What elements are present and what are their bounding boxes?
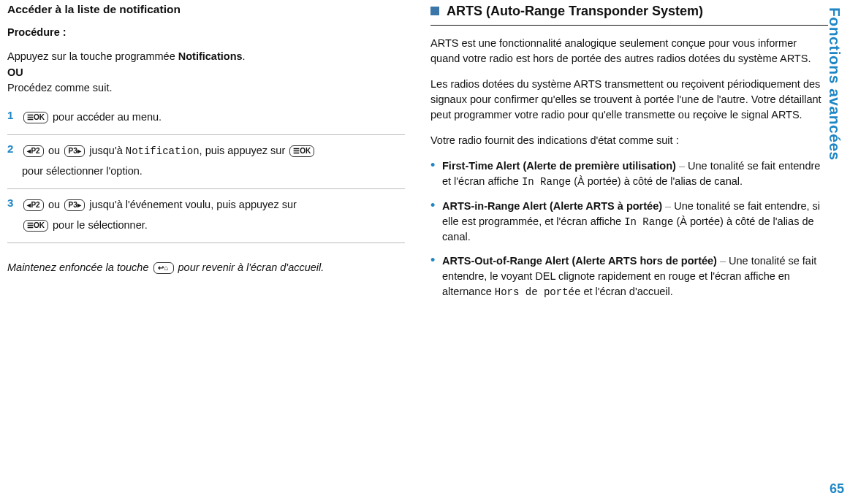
home-note-a: Maintenez enfoncée la touche (7, 261, 152, 273)
procedure-label: Procédure : (7, 25, 405, 40)
intro-2a: OU (7, 66, 23, 78)
item-bold: ARTS-in-Range Alert (Alerte ARTS à porté… (442, 200, 662, 212)
item-code: Hors de portée (495, 286, 581, 298)
step-2: 2 ◂P2 ou P3▸ jusqu'à Notification, puis … (7, 135, 405, 189)
item-code: In Range (522, 176, 571, 188)
step-2-or: ou (45, 145, 63, 156)
item-bold: First-Time Alert (Alerte de première uti… (442, 160, 676, 172)
list-item: • ARTS-in-Range Alert (Alerte ARTS à por… (430, 199, 828, 245)
key-home-icon: ↩⌂ (153, 262, 174, 274)
step-3-t2: pour le sélectionner. (50, 219, 148, 231)
step-2-t1: jusqu'à (86, 145, 126, 156)
step-3-t1: jusqu'à l'événement voulu, puis appuyez … (86, 199, 297, 210)
side-label: Fonctions avancées (824, 7, 846, 299)
step-3: 3 ◂P2 ou P3▸ jusqu'à l'événement voulu, … (7, 189, 405, 243)
item-dash: – (662, 200, 674, 212)
section-bullet-icon (430, 7, 439, 15)
arts-p1: ARTS est une fonctionnalité analogique s… (430, 36, 828, 66)
section-header: ARTS (Auto-Range Transponder System) (430, 1, 828, 26)
step-1: 1 ☰OK pour accéder au menu. (7, 103, 405, 136)
intro-1c: . (243, 50, 246, 62)
section-title: ARTS (Auto-Range Transponder System) (447, 1, 703, 20)
key-p2-icon: ◂P2 (23, 199, 44, 211)
item-code: In Range (624, 216, 673, 228)
step-number: 2 (7, 141, 22, 157)
item-dash: – (676, 160, 688, 172)
item-dash: – (717, 255, 729, 267)
code-notification: Notification (126, 145, 200, 157)
intro-1b: Notifications (178, 50, 243, 62)
key-p3-icon: P3▸ (64, 145, 85, 157)
item-t2: et l'écran d'accueil. (580, 286, 672, 297)
intro-paragraph: Appuyez sur la touche programmée Notific… (7, 49, 405, 95)
home-note: Maintenez enfoncée la touche ↩⌂ pour rev… (7, 258, 405, 278)
list-item: • ARTS-Out-of-Range Alert (Alerte ARTS h… (430, 253, 828, 299)
step-1-text: pour accéder au menu. (50, 111, 162, 123)
intro-1a: Appuyez sur la touche programmée (7, 50, 178, 62)
bullet-icon: • (430, 159, 442, 189)
step-number: 1 (7, 107, 22, 123)
intro-2b: Procédez comme suit. (7, 82, 112, 93)
bullet-icon: • (430, 199, 442, 245)
step-3-or: ou (45, 199, 63, 210)
step-2-t3: pour sélectionner l'option. (22, 165, 143, 177)
arts-p3: Votre radio fournit des indications d'ét… (430, 133, 828, 148)
left-heading: Accéder à la liste de notification (7, 1, 405, 18)
step-number: 3 (7, 195, 22, 211)
item-t2: (À portée) à côté de l'alias de canal. (571, 175, 743, 187)
home-note-b: pour revenir à l'écran d'accueil. (175, 261, 325, 273)
list-item: • First-Time Alert (Alerte de première u… (430, 159, 828, 189)
key-p3-icon: P3▸ (64, 199, 85, 211)
arts-p2: Les radios dotées du système ARTS transm… (430, 77, 828, 123)
step-2-t2: , puis appuyez sur (200, 145, 289, 156)
key-ok-icon: ☰OK (23, 220, 48, 232)
item-bold: ARTS-Out-of-Range Alert (Alerte ARTS hor… (442, 255, 717, 267)
page-number: 65 (830, 479, 844, 498)
bullet-icon: • (430, 253, 442, 299)
key-ok-icon: ☰OK (23, 112, 48, 123)
key-ok-icon: ☰OK (289, 145, 314, 157)
key-p2-icon: ◂P2 (23, 145, 44, 157)
